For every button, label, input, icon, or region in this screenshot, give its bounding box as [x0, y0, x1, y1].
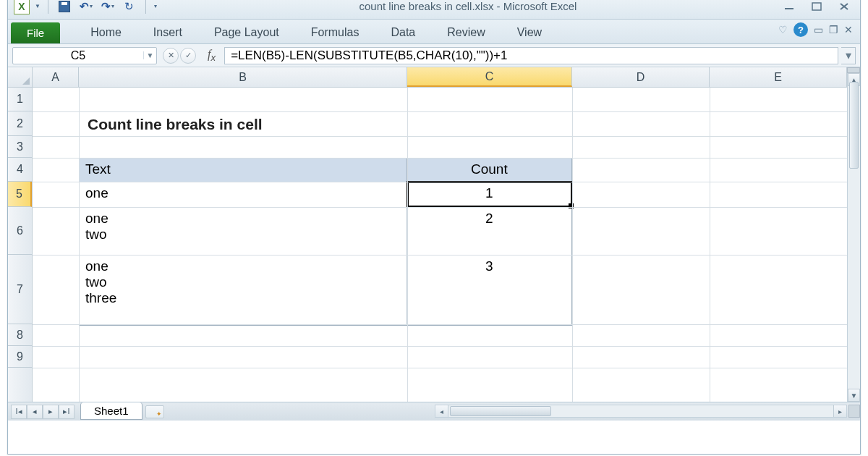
redo-button[interactable]: ↷▾ [99, 0, 116, 15]
last-sheet-button[interactable]: ▸I [59, 405, 75, 419]
refresh-button[interactable]: ↻ [121, 0, 138, 15]
col-header-d[interactable]: D [572, 67, 710, 87]
select-all-corner[interactable] [8, 67, 33, 88]
vertical-scroll-thumb[interactable] [849, 82, 859, 169]
undo-icon: ↶ [80, 0, 89, 13]
cancel-formula-button[interactable]: ✕ [163, 48, 179, 64]
expand-formula-bar-icon[interactable]: ▾ [841, 47, 856, 64]
name-box[interactable] [13, 49, 143, 62]
maximize-icon [810, 1, 823, 12]
cell-b5[interactable]: one [80, 182, 407, 207]
name-box-drop-icon[interactable]: ▼ [143, 51, 156, 59]
sheet-tab-sheet1[interactable]: Sheet1 [80, 402, 142, 420]
spreadsheet-grid[interactable]: ABCDE 123456789 Count line breaks in cel… [8, 67, 860, 402]
save-icon [59, 1, 70, 12]
row-header-2[interactable]: 2 [8, 111, 32, 136]
cells-area[interactable]: Count line breaks in cell Text Count one… [33, 88, 847, 402]
scroll-left-button[interactable]: ◂ [435, 405, 448, 417]
redo-icon: ↷ [101, 0, 111, 13]
cell-c7[interactable]: 3 [407, 256, 571, 325]
scroll-right-button[interactable]: ▸ [833, 405, 846, 417]
tab-page-layout[interactable]: Page Layout [198, 22, 295, 43]
ribbon-close-button[interactable]: ✕ [844, 24, 853, 35]
sheet-tab-bar: I◂ ◂ ▸ ▸I Sheet1 ◂ ▸ [8, 402, 860, 421]
cell-c6[interactable]: 2 [407, 208, 571, 255]
window-title: count line breaks in cell.xlsx - Microso… [157, 0, 779, 12]
col-header-c[interactable]: C [407, 67, 572, 87]
col-header-a[interactable]: A [33, 67, 79, 87]
ribbon-minimize-button[interactable]: ▭ [814, 24, 823, 35]
tab-review[interactable]: Review [431, 22, 501, 43]
title-bar: X ▼ ↶▾ ↷▾ ↻ ▾ count line breaks in cell.… [8, 0, 860, 20]
row-header-3[interactable]: 3 [8, 136, 32, 158]
row-header-5[interactable]: 5 [8, 182, 32, 207]
vertical-split-handle[interactable] [847, 67, 860, 73]
prev-sheet-button[interactable]: ◂ [27, 405, 43, 419]
horizontal-scrollbar[interactable]: ◂ ▸ [435, 405, 847, 418]
save-button[interactable] [56, 0, 73, 15]
scroll-down-button[interactable]: ▼ [848, 389, 860, 402]
help-icon: ? [798, 25, 804, 35]
excel-logo-icon: X [14, 0, 30, 14]
horizontal-split-handle[interactable] [848, 405, 860, 418]
row-header-4[interactable]: 4 [8, 158, 32, 182]
minimize-button[interactable] [779, 0, 799, 13]
row-headers: 123456789 [8, 88, 33, 402]
row-header-8[interactable]: 8 [8, 324, 32, 346]
first-sheet-button[interactable]: I◂ [11, 405, 27, 419]
new-sheet-button[interactable] [145, 405, 164, 418]
close-icon [838, 1, 851, 12]
data-table: Text Count one 1 one two 2 one two three… [79, 158, 572, 326]
col-header-text: Text [80, 159, 407, 182]
cell-b6[interactable]: one two [80, 208, 407, 255]
tab-home[interactable]: Home [75, 22, 137, 43]
row-header-7[interactable]: 7 [8, 255, 32, 324]
ribbon-restore-button[interactable]: ❐ [829, 24, 838, 35]
column-headers: ABCDE [33, 67, 847, 88]
cell-c5[interactable]: 1 [407, 182, 571, 207]
ribbon-heart-icon[interactable]: ♡ [778, 24, 788, 35]
tab-view[interactable]: View [501, 22, 558, 43]
formula-bar: ▼ ✕ ✓ fx =LEN(B5)-LEN(SUBSTITUTE(B5,CHAR… [8, 44, 860, 67]
col-header-e[interactable]: E [710, 67, 847, 87]
maximize-button[interactable] [807, 0, 827, 13]
tab-data[interactable]: Data [375, 22, 431, 43]
cell-b7[interactable]: one two three [80, 256, 407, 325]
close-button[interactable] [834, 0, 854, 13]
fx-button[interactable]: fx [208, 48, 216, 63]
ribbon-tabs: File HomeInsertPage LayoutFormulasDataRe… [8, 20, 860, 44]
formula-input[interactable]: =LEN(B5)-LEN(SUBSTITUTE(B5,CHAR(10),""))… [224, 47, 838, 64]
row-header-9[interactable]: 9 [8, 346, 32, 368]
file-tab[interactable]: File [11, 22, 60, 43]
col-header-b[interactable]: B [79, 67, 407, 87]
next-sheet-button[interactable]: ▸ [43, 405, 59, 419]
sheet-title: Count line breaks in cell [83, 114, 267, 135]
row-header-1[interactable]: 1 [8, 88, 32, 111]
refresh-icon: ↻ [124, 0, 134, 13]
row-header-6[interactable]: 6 [8, 207, 32, 255]
svg-rect-1 [812, 3, 821, 10]
app-menu-drop-icon[interactable]: ▼ [35, 3, 41, 9]
enter-formula-button[interactable]: ✓ [180, 48, 196, 64]
help-button[interactable]: ? [793, 22, 808, 37]
tab-insert[interactable]: Insert [137, 22, 198, 43]
minimize-icon [783, 2, 796, 11]
excel-window: X ▼ ↶▾ ↷▾ ↻ ▾ count line breaks in cell.… [7, 0, 861, 455]
tab-formulas[interactable]: Formulas [295, 22, 375, 43]
vertical-scrollbar[interactable]: ▲ ▼ [847, 67, 860, 402]
undo-button[interactable]: ↶▾ [77, 0, 95, 15]
col-header-count: Count [407, 159, 571, 182]
horizontal-scroll-thumb[interactable] [450, 406, 551, 416]
